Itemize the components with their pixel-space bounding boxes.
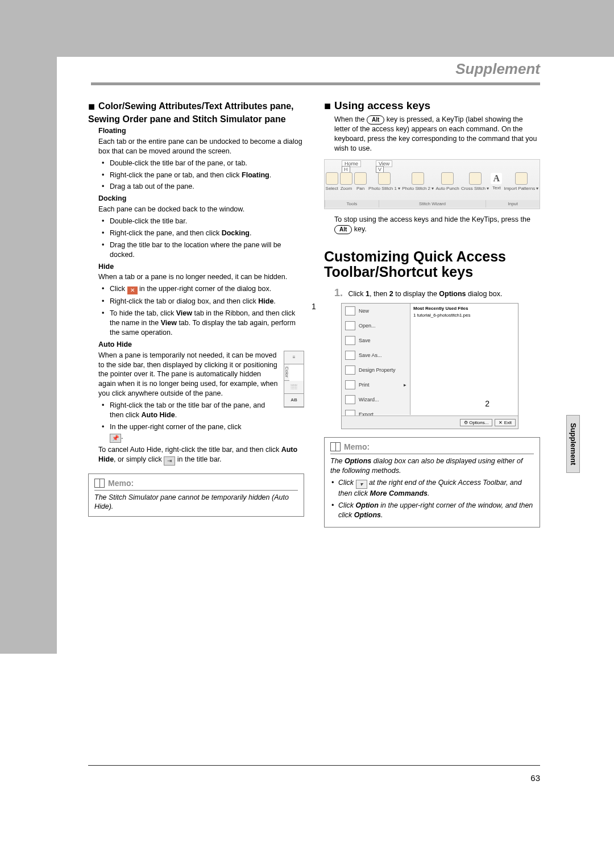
right-column: ■Using access keys When the Alt key is p… <box>324 99 540 774</box>
menu-footer: ⚙ Options... ✕ Exit <box>342 416 518 429</box>
access-para2: To stop using the access keys and hide t… <box>334 215 540 234</box>
access-keys-title-text: Using access keys <box>334 99 430 111</box>
side-tab: Supplement <box>566 415 580 473</box>
docking-label: Docking <box>98 194 304 203</box>
memo-title: Memo: <box>108 479 134 488</box>
ribbon-groups: Tools Stitch Wizard Input <box>325 200 540 207</box>
access-para1: When the Alt key is pressed, a KeyTip (l… <box>334 115 540 153</box>
sidebar-thumbnail: ≡ Color ░░ AB <box>284 351 304 408</box>
menu-item: Design Property <box>342 363 410 377</box>
alt-key-icon: Alt <box>367 115 384 124</box>
section-title: ■Color/Sewing Attributes/Text Attributes… <box>88 99 304 125</box>
pin-horizontal-icon: ⇥ <box>164 456 175 466</box>
memo-header: Memo: <box>94 479 298 491</box>
ribbon-item: Cross Stitch ▾ <box>461 172 489 191</box>
list-item: Click ✕ in the upper-right corner of the… <box>110 284 304 294</box>
ribbon-item: Photo Stitch 2 ▾ <box>402 172 434 191</box>
floating-label: Floating <box>98 126 304 136</box>
menu-item: Print▸ <box>342 377 410 392</box>
design-property-icon <box>345 366 355 375</box>
print-icon <box>345 380 355 389</box>
memo-box-left: Memo: The Stitch Simulator pane cannot b… <box>88 474 304 517</box>
recent-title: Most Recently Used Files <box>413 306 515 311</box>
menu-item: Open... <box>342 318 410 333</box>
exit-button: ✕ Exit <box>495 419 516 426</box>
ribbon-item: Import Patterns ▾ <box>504 172 538 191</box>
ribbon-item: AText <box>491 173 502 190</box>
docking-para: Each pane can be docked back to the wind… <box>98 205 304 214</box>
ribbon-item: Pan <box>354 172 367 191</box>
header-rule <box>91 82 540 85</box>
left-margin <box>0 0 57 654</box>
memo-box-right: Memo: The Options dialog box can also be… <box>324 437 540 527</box>
autohide-cancel: To cancel Auto Hide, right-click the tit… <box>98 445 304 466</box>
menu-item: Wizard... <box>342 392 410 407</box>
list-item: To hide the tab, click View tab in the R… <box>110 309 304 338</box>
columns: ■Color/Sewing Attributes/Text Attributes… <box>88 99 540 774</box>
alt-key-icon: Alt <box>334 225 352 234</box>
floating-list: Double-click the title bar of the pane, … <box>88 159 304 192</box>
memo-header: Memo: <box>330 442 534 454</box>
open-icon <box>345 321 355 330</box>
ribbon-item: Photo Stitch 1 ▾ <box>368 172 400 191</box>
ribbon-screenshot: HomeH ViewV Select Zoom Pan Photo Stitch… <box>324 159 540 209</box>
top-margin <box>0 0 614 57</box>
list-item: In the upper-right corner of the pane, c… <box>110 422 304 443</box>
footer-rule <box>88 765 540 766</box>
square-bullet-icon: ■ <box>88 99 95 114</box>
menu-item: Save <box>342 333 410 348</box>
list-item: Right-click the tab or dialog box, and t… <box>110 297 304 306</box>
menu-item: Save As... <box>342 348 410 363</box>
recent-item: 1 tutorial_6-photostitch1.pes <box>413 313 515 318</box>
customize-title: Customizing Quick Access Toolbar/Shortcu… <box>324 249 540 280</box>
ribbon-item: Zoom <box>340 172 352 191</box>
recent-files: Most Recently Used Files 1 tutorial_6-ph… <box>410 304 518 415</box>
autohide-para: When a pane is temporarily not needed, i… <box>98 351 281 398</box>
header-title: Supplement <box>455 60 540 77</box>
list-item: Double-click the title bar of the pane, … <box>110 159 304 168</box>
list-item: Right-click the pane or tab, and then cl… <box>110 171 304 180</box>
pin-icon: 📌 <box>110 434 121 443</box>
page-number: 63 <box>530 773 540 783</box>
memo-body: The Options dialog box can also be displ… <box>330 456 534 520</box>
ribbon-item: Auto Punch <box>435 172 459 191</box>
memo-body: The Stitch Simulator pane cannot be temp… <box>94 493 298 512</box>
wizard-icon <box>345 395 355 404</box>
list-item: Right-click the tab or the title bar of … <box>110 401 304 420</box>
page: Supplement Supplement ■Color/Sewing Attr… <box>0 0 614 868</box>
hide-label: Hide <box>98 262 304 272</box>
hide-list: Click ✕ in the upper-right corner of the… <box>88 284 304 338</box>
callout-2: 2 <box>485 399 489 408</box>
memo-icon <box>330 442 341 451</box>
customize-step1: 1. Click 1, then 2 to display the Option… <box>334 286 540 300</box>
save-icon <box>345 336 355 345</box>
saveas-icon <box>345 351 355 360</box>
options-button: ⚙ Options... <box>460 419 492 426</box>
ribbon-group-label: Stitch Wizard <box>379 200 486 207</box>
ribbon-item: Select <box>326 172 338 191</box>
floating-para: Each tab or the entire pane can be undoc… <box>98 137 304 156</box>
ribbon-icons: Select Zoom Pan Photo Stitch 1 ▾ Photo S… <box>325 172 540 191</box>
header: Supplement <box>57 57 540 81</box>
list-item: Drag the title bar to the location where… <box>110 240 304 260</box>
new-icon <box>345 306 355 315</box>
list-item: Double-click the title bar. <box>110 217 304 226</box>
dropdown-icon: ▾ <box>356 480 367 489</box>
autohide-label: Auto Hide <box>98 340 304 350</box>
list-item: Click Option in the upper-right corner o… <box>338 501 534 520</box>
menu-screenshot-wrap: 1 New Open... Save Save As... Design Pro… <box>324 303 540 429</box>
access-keys-title: ■Using access keys <box>324 99 540 113</box>
app-menu: New Open... Save Save As... Design Prope… <box>342 304 410 415</box>
thumb-row: ≡ <box>284 351 304 364</box>
step-number: 1. <box>334 287 343 298</box>
list-item: Drag a tab out of the pane. <box>110 182 304 192</box>
ribbon-tabs: HomeH ViewV <box>342 161 392 172</box>
list-item: Click ▾ at the right end of the Quick Ac… <box>338 478 534 499</box>
thumb-row: ░░ <box>284 381 304 394</box>
list-item: Right-click the pane, and then click Doc… <box>110 229 304 238</box>
section-title-text: Color/Sewing Attributes/Text Attributes … <box>88 101 294 124</box>
square-bullet-icon: ■ <box>324 99 331 113</box>
autohide-list: Right-click the tab or the title bar of … <box>88 401 304 443</box>
menu-screenshot: New Open... Save Save As... Design Prope… <box>341 303 518 429</box>
close-icon: ✕ <box>127 286 138 294</box>
